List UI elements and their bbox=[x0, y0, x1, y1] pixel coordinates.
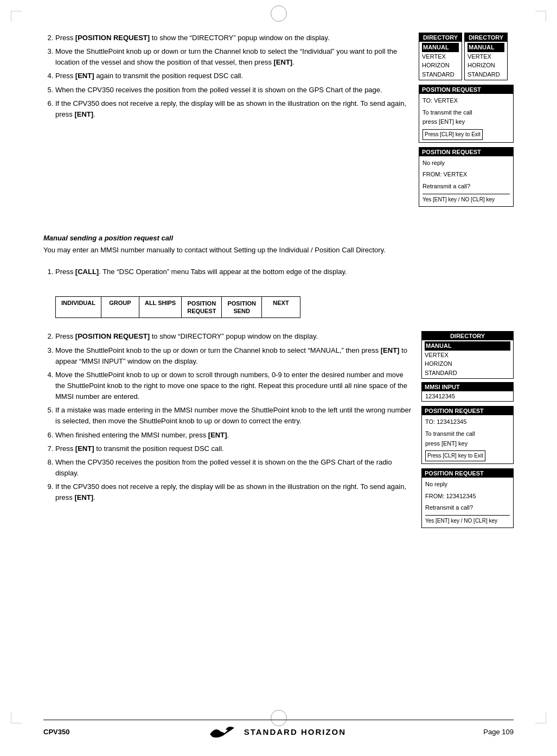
tab-next[interactable]: NEXT bbox=[262, 297, 300, 318]
sec2-step-9: If the CPV350 does not receive a reply, … bbox=[55, 481, 413, 503]
pos-req-4-header: POSITION REQUEST bbox=[422, 469, 513, 478]
mmsi-body: 123412345 bbox=[422, 391, 513, 401]
section2-step-1: Press [CALL]. The “DSC Operation” menu T… bbox=[55, 266, 514, 277]
pos-req-panel-3: POSITION REQUEST TO: 123412345 To transm… bbox=[421, 406, 514, 464]
pos-req-3-clr: Press [CLR] key to Exit bbox=[425, 450, 485, 461]
section2-side-panels: DIRECTORY MANUAL VERTEX HORIZON STANDARD… bbox=[421, 331, 514, 528]
corner-mark-br bbox=[535, 713, 546, 723]
step-2: Press [POSITION REQUEST] to show the “DI… bbox=[55, 33, 410, 43]
pos-req-2-from: FROM: VERTEX bbox=[422, 170, 510, 180]
footer-brand-text: STANDARD HORIZON bbox=[244, 727, 346, 736]
mmsi-panel: MMSI INPUT 123412345 bbox=[421, 382, 514, 402]
content-area: Press [POSITION REQUEST] to show the “DI… bbox=[43, 33, 514, 528]
step-4: Press [ENT] again to transmit the positi… bbox=[55, 71, 410, 81]
sec2-step3-ent: [ENT] bbox=[381, 346, 400, 354]
sec2-step2-posreq: [POSITION REQUEST] bbox=[75, 332, 150, 340]
sec2-step-2: Press [POSITION REQUEST] to show “DIRECT… bbox=[55, 331, 413, 342]
sec2-step-5: If a mistake was made entering in the MM… bbox=[55, 405, 413, 427]
pos-req-panel-2: POSITION REQUEST No reply FROM: VERTEX R… bbox=[419, 147, 514, 207]
section2-list: Press [POSITION REQUEST] to show “DIRECT… bbox=[43, 331, 413, 503]
sec2-dir-vertex: VERTEX bbox=[425, 351, 510, 360]
pos-req-1-body: TO: VERTEX To transmit the call press [E… bbox=[419, 94, 513, 142]
sec2-step-3: Move the ShuttlePoint knob to the up or … bbox=[55, 345, 413, 367]
dir1-vertex: VERTEX bbox=[422, 52, 459, 61]
page-container: Press [POSITION REQUEST] to show the “DI… bbox=[0, 0, 557, 756]
corner-mark-tr bbox=[535, 11, 546, 22]
step2-key: [POSITION REQUEST] bbox=[75, 34, 150, 42]
tab-position-send[interactable]: POSITIONSEND bbox=[222, 297, 262, 318]
dir-panel-1-header: DIRECTORY bbox=[419, 33, 462, 42]
page-footer: CPV350 STANDARD HORIZON Page 109 bbox=[43, 720, 514, 740]
section2-main: Press [POSITION REQUEST] to show “DIRECT… bbox=[43, 331, 514, 528]
step3-ent: [ENT] bbox=[274, 58, 293, 66]
pos-req-panel-1: POSITION REQUEST TO: VERTEX To transmit … bbox=[419, 85, 514, 143]
sec2-step-6: When finished entering the MMSI number, … bbox=[55, 430, 413, 441]
section2-list-start: Press [CALL]. The “DSC Operation” menu T… bbox=[43, 266, 514, 280]
pos-req-3-header: POSITION REQUEST bbox=[422, 406, 513, 415]
pos-req-3-line1: To transmit the call bbox=[425, 429, 510, 439]
tab-group[interactable]: GROUP bbox=[101, 297, 139, 318]
section2-heading-area: Manual sending a position request call Y… bbox=[43, 224, 514, 261]
dir2-manual: MANUAL bbox=[468, 43, 504, 52]
sec2-step1-call: [CALL] bbox=[75, 268, 99, 276]
pos-req-panel-4: POSITION REQUEST No reply FROM: 12341234… bbox=[421, 468, 514, 528]
pos-req-3-line2: press [ENT] key bbox=[425, 439, 510, 449]
footer-logo: STANDARD HORIZON bbox=[207, 723, 346, 740]
pos-req-3-body: TO: 123412345 To transmit the call press… bbox=[422, 415, 513, 463]
tab-all-ships[interactable]: ALL SHIPS bbox=[139, 297, 182, 318]
dir2-standard: STANDARD bbox=[468, 70, 504, 79]
section2-steps: Press [POSITION REQUEST] to show “DIRECT… bbox=[43, 331, 413, 506]
section1-text: Press [POSITION REQUEST] to show the “DI… bbox=[43, 33, 410, 123]
sec2-dir-body: MANUAL VERTEX HORIZON STANDARD bbox=[422, 340, 513, 378]
sec2-dir-horizon: HORIZON bbox=[425, 359, 510, 369]
corner-mark-bl bbox=[11, 713, 22, 723]
dir1-standard: STANDARD bbox=[422, 70, 459, 79]
pos-req-1-line2: press [ENT] key bbox=[422, 117, 510, 127]
sec2-dir-panel: DIRECTORY MANUAL VERTEX HORIZON STANDARD bbox=[421, 331, 514, 379]
pos-req-2-header: POSITION REQUEST bbox=[419, 148, 513, 156]
pos-req-3-to: TO: 123412345 bbox=[425, 417, 510, 427]
dir1-manual: MANUAL bbox=[422, 43, 459, 52]
sec2-step-7: Press [ENT] to transmit the position req… bbox=[55, 443, 413, 454]
pos-req-2-retransmit: Retransmit a call? bbox=[422, 182, 510, 192]
pos-req-4-yesno: Yes [ENT] key / NO [CLR] key bbox=[425, 515, 510, 525]
sec2-step-8: When the CPV350 receives the position fr… bbox=[55, 457, 413, 479]
tabs-bar: INDIVIDUAL GROUP ALL SHIPS POSITIONREQUE… bbox=[55, 296, 300, 319]
pos-req-1-clr: Press [CLR] key to Exit bbox=[422, 129, 483, 140]
pos-req-4-from: FROM: 123412345 bbox=[425, 492, 510, 501]
footer-model: CPV350 bbox=[43, 728, 69, 736]
brand-logo-icon bbox=[207, 723, 240, 740]
dir1-horizon: HORIZON bbox=[422, 61, 459, 70]
section1-list: Press [POSITION REQUEST] to show the “DI… bbox=[43, 33, 410, 120]
tab-position-request[interactable]: POSITIONREQUEST bbox=[182, 297, 222, 318]
pos-req-2-noreply: No reply bbox=[422, 158, 510, 168]
step-3: Move the ShuttlePoint knob up or down or… bbox=[55, 46, 410, 68]
dir-panel-2-header: DIRECTORY bbox=[465, 33, 507, 42]
dir2-horizon: HORIZON bbox=[468, 61, 504, 70]
pos-req-4-body: No reply FROM: 123412345 Retransmit a ca… bbox=[422, 478, 513, 528]
pos-req-4-noreply: No reply bbox=[425, 480, 510, 490]
step-5: When the CPV350 receives the position fr… bbox=[55, 85, 410, 96]
dir-panel-1: DIRECTORY MANUAL VERTEX HORIZON STANDARD bbox=[419, 33, 462, 80]
dir-panel-2-body: MANUAL VERTEX HORIZON STANDARD bbox=[465, 42, 507, 80]
pos-req-1-header: POSITION REQUEST bbox=[419, 85, 513, 94]
pos-req-1-line1: To transmit the call bbox=[422, 108, 510, 118]
section2-heading: Manual sending a position request call bbox=[43, 234, 514, 242]
section1: Press [POSITION REQUEST] to show the “DI… bbox=[43, 33, 514, 207]
pos-req-2-body: No reply FROM: VERTEX Retransmit a call?… bbox=[419, 156, 513, 206]
tab-individual[interactable]: INDIVIDUAL bbox=[56, 297, 101, 318]
sec2-dir-header: DIRECTORY bbox=[422, 332, 513, 340]
dir2-vertex: VERTEX bbox=[468, 52, 504, 61]
sec2-dir-manual: MANUAL bbox=[425, 341, 510, 351]
step-6: If the CPV350 does not receive a reply, … bbox=[55, 98, 410, 120]
sec2-step7-ent: [ENT] bbox=[75, 444, 94, 453]
step6-ent: [ENT] bbox=[74, 110, 93, 118]
pos-req-1-to: TO: VERTEX bbox=[422, 96, 510, 106]
dir-panel-1-body: MANUAL VERTEX HORIZON STANDARD bbox=[419, 42, 462, 80]
footer-page-number: Page 109 bbox=[483, 728, 514, 736]
mmsi-header: MMSI INPUT bbox=[422, 383, 513, 391]
sec2-step-4: Move the ShuttlePoint knob to up or down… bbox=[55, 370, 413, 402]
corner-mark-tl bbox=[11, 11, 22, 22]
top-circle bbox=[271, 5, 287, 22]
sec2-step6-ent: [ENT] bbox=[208, 431, 227, 439]
